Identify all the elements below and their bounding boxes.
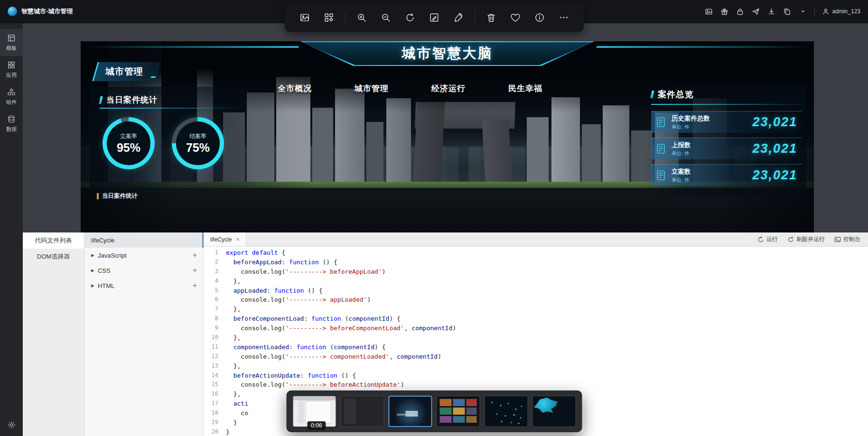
filmstrip-thumbnail[interactable]: [436, 396, 480, 427]
copy-dropdown-button[interactable]: [799, 7, 807, 16]
publish-button[interactable]: [752, 7, 760, 16]
filmstrip-thumbnail[interactable]: [340, 396, 384, 427]
editor-tab-lifecycle[interactable]: lifeCycle ×: [204, 232, 246, 246]
filmstrip-thumbnail[interactable]: [532, 396, 576, 427]
sidebar-item-app[interactable]: 应用: [0, 56, 23, 83]
edit-icon: [429, 12, 439, 23]
document-icon: [655, 169, 667, 181]
case-gauges: 立案率 95% 结案率 75%: [103, 117, 224, 169]
document-icon: [655, 116, 667, 128]
document-icon: [655, 143, 667, 155]
tool-zoom-in-button[interactable]: [351, 7, 372, 28]
image-icon: [705, 8, 713, 16]
code-line[interactable]: 9 console.log('---------> beforeComponen…: [204, 324, 868, 333]
code-line[interactable]: 1export default {: [204, 248, 868, 258]
tool-info-button[interactable]: [529, 7, 550, 28]
filmstrip-thumbnail[interactable]: [484, 396, 528, 427]
stat-value: 23,021: [752, 141, 797, 156]
code-line[interactable]: 10 },: [204, 333, 868, 343]
stat-unit: 单位: 件: [672, 177, 691, 184]
stat-row: 立案数 单位: 件 23,021: [651, 164, 802, 186]
code-line[interactable]: 7 },: [204, 305, 868, 314]
tool-favorite-button[interactable]: [505, 7, 526, 28]
accent-bar: [99, 96, 103, 104]
heart-icon: [510, 12, 521, 23]
code-line[interactable]: 5 appLoaded: function () {: [204, 286, 868, 296]
stat-row: 历史案件总数 单位: 件 23,021: [651, 111, 802, 133]
refresh-icon: [787, 236, 794, 243]
dashboard-title: 城市智慧大脑: [402, 44, 493, 63]
tree-group-css[interactable]: ▶ CSS +: [84, 263, 204, 278]
gauge-value: 75%: [186, 141, 210, 155]
sidebar-item-data[interactable]: 数据: [0, 110, 23, 137]
code-line[interactable]: 14 beforeActionUpdate: function () {: [204, 371, 868, 380]
tree-group-html[interactable]: ▶ HTML +: [84, 278, 204, 293]
code-line[interactable]: 13 },: [204, 362, 868, 371]
console-button[interactable]: 控制台: [834, 235, 860, 243]
stat-unit: 单位: 件: [672, 150, 691, 157]
add-file-button[interactable]: +: [193, 251, 197, 259]
code-line[interactable]: 6 console.log('---------> appLoaded'): [204, 295, 868, 305]
code-line[interactable]: 15 console.log('---------> beforeActionU…: [204, 380, 868, 390]
dashboard-corner-label: 城市管理: [95, 62, 159, 81]
file-lifecycle[interactable]: lifeCycle: [84, 232, 204, 248]
sidebar-item-component[interactable]: 组件: [0, 83, 23, 110]
run-button[interactable]: 运行: [757, 235, 778, 243]
code-line[interactable]: 8 beforeComponentLoad: function (compone…: [204, 314, 868, 324]
dashboard-nav-item[interactable]: 城市管理: [355, 83, 389, 94]
lock-icon: [736, 8, 744, 16]
code-line[interactable]: 2 beforeAppLoad: function () {: [204, 258, 868, 267]
tool-edit-button[interactable]: [424, 7, 445, 28]
tool-components-button[interactable]: [318, 7, 339, 28]
username: admin_123: [832, 8, 860, 15]
user-menu[interactable]: admin_123: [822, 8, 860, 15]
export-image-button[interactable]: [705, 7, 713, 16]
gift-button[interactable]: [720, 7, 729, 16]
tool-zoom-out-button[interactable]: [375, 7, 396, 28]
add-file-button[interactable]: +: [193, 282, 197, 289]
gift-icon: [720, 8, 728, 16]
divider: [475, 11, 475, 24]
design-canvas: 城市智慧大脑 全市概况城市管理经济运行民生幸福 城市管理 当日案件统计 立案率 …: [23, 23, 868, 232]
dashboard-nav-item[interactable]: 经济运行: [431, 83, 466, 94]
divider: [814, 8, 815, 15]
app-logo-icon: [8, 7, 17, 16]
tab-dom-selector[interactable]: DOM选择器: [23, 249, 84, 265]
tool-pen-button[interactable]: [448, 7, 469, 28]
tool-delete-button[interactable]: [481, 7, 502, 28]
code-line[interactable]: 12 console.log('---------> componentLoad…: [204, 352, 868, 362]
tool-rotate-button[interactable]: [400, 7, 420, 28]
download-button[interactable]: [767, 7, 776, 16]
filmstrip-thumbnail-selected[interactable]: [388, 396, 432, 427]
add-file-button[interactable]: +: [193, 267, 197, 274]
lock-button[interactable]: [736, 7, 745, 16]
gear-icon: [7, 420, 16, 429]
tool-image-button[interactable]: [294, 7, 315, 28]
app-brand: 智慧城市-城市管理: [8, 7, 73, 16]
tree-group-javascript[interactable]: ▶ JavaScript +: [84, 248, 204, 263]
zoom-out-icon: [381, 12, 391, 23]
tool-more-button[interactable]: [553, 7, 574, 28]
close-icon[interactable]: ×: [236, 236, 240, 243]
code-line[interactable]: 3 console.log('---------> beforeAppLoad'…: [204, 267, 868, 277]
user-icon: [822, 8, 830, 15]
info-icon: [534, 12, 545, 23]
tab-code-file-list[interactable]: 代码文件列表: [23, 232, 84, 249]
code-line[interactable]: 4 },: [204, 277, 868, 286]
sidebar-item-label: 数据: [6, 126, 17, 133]
copy-button[interactable]: [783, 7, 792, 16]
trash-icon: [486, 12, 496, 23]
component-icon: [7, 88, 16, 96]
dashboard-nav-item[interactable]: 民生幸福: [508, 83, 542, 94]
refresh-run-button[interactable]: 刷新并运行: [787, 235, 825, 243]
template-icon: [7, 34, 16, 42]
dashboard-nav-item[interactable]: 全市概况: [278, 83, 312, 94]
stats-list: 历史案件总数 单位: 件 23,021 上报数 单位: 件 23,021: [651, 111, 802, 186]
stat-label: 上报数: [672, 141, 691, 149]
settings-button[interactable]: [7, 420, 16, 429]
code-line[interactable]: 11 componentLoaded: function (componentI…: [204, 343, 868, 352]
dashboard-canvas[interactable]: 城市智慧大脑 全市概况城市管理经济运行民生幸福 城市管理 当日案件统计 立案率 …: [81, 41, 814, 232]
app-title: 智慧城市-城市管理: [21, 7, 73, 16]
database-icon: [7, 115, 16, 123]
sidebar-item-template[interactable]: 模板: [0, 29, 23, 56]
